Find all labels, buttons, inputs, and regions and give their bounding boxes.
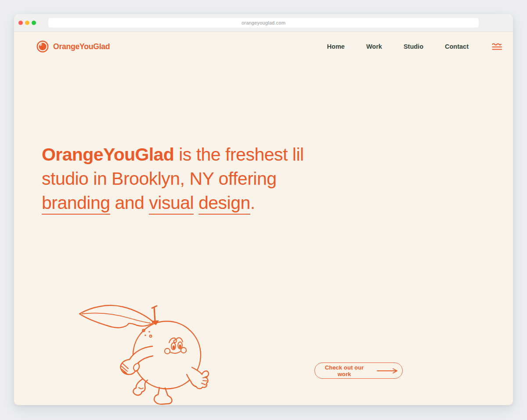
hero-line-1: OrangeYouGlad is the freshest lil bbox=[42, 143, 304, 167]
close-button[interactable] bbox=[18, 21, 23, 25]
browser-chrome: orangeyouglad.com bbox=[14, 14, 513, 32]
check-out-work-button[interactable]: Check out our work bbox=[314, 363, 403, 379]
branding-link[interactable]: branding bbox=[42, 193, 110, 215]
brand-logo[interactable]: OrangeYouGlad bbox=[36, 40, 110, 53]
hero-line-3: branding and visual design. bbox=[42, 191, 304, 215]
main-nav: Home Work Studio Contact bbox=[327, 42, 503, 51]
orange-logo-icon bbox=[36, 40, 49, 53]
hero-line-2: studio in Brooklyn, NY offering bbox=[42, 167, 304, 191]
url-text: orangeyouglad.com bbox=[242, 20, 285, 25]
brand-wordmark: OrangeYouGlad bbox=[53, 42, 110, 51]
nav-home[interactable]: Home bbox=[327, 43, 345, 50]
page-content: OrangeYouGlad Home Work Studio Contact bbox=[14, 32, 513, 405]
hero-heading: OrangeYouGlad is the freshest lil studio… bbox=[42, 143, 304, 215]
orange-mascot-illustration bbox=[77, 302, 213, 405]
nav-contact[interactable]: Contact bbox=[445, 43, 469, 50]
site-header: OrangeYouGlad Home Work Studio Contact bbox=[14, 32, 513, 53]
zoom-button[interactable] bbox=[32, 21, 36, 25]
url-bar[interactable]: orangeyouglad.com bbox=[48, 18, 479, 28]
nav-work[interactable]: Work bbox=[366, 43, 382, 50]
design-link[interactable]: design bbox=[199, 193, 250, 215]
arrow-right-icon bbox=[377, 368, 400, 373]
menu-icon[interactable] bbox=[491, 42, 503, 51]
nav-studio[interactable]: Studio bbox=[404, 43, 423, 50]
hero-brand-text: OrangeYouGlad bbox=[42, 144, 174, 165]
cta-label: Check out our work bbox=[318, 364, 371, 377]
minimize-button[interactable] bbox=[25, 21, 29, 25]
visual-link[interactable]: visual bbox=[149, 193, 194, 215]
browser-window: orangeyouglad.com OrangeYouGla bbox=[14, 14, 513, 405]
window-controls bbox=[18, 21, 36, 25]
